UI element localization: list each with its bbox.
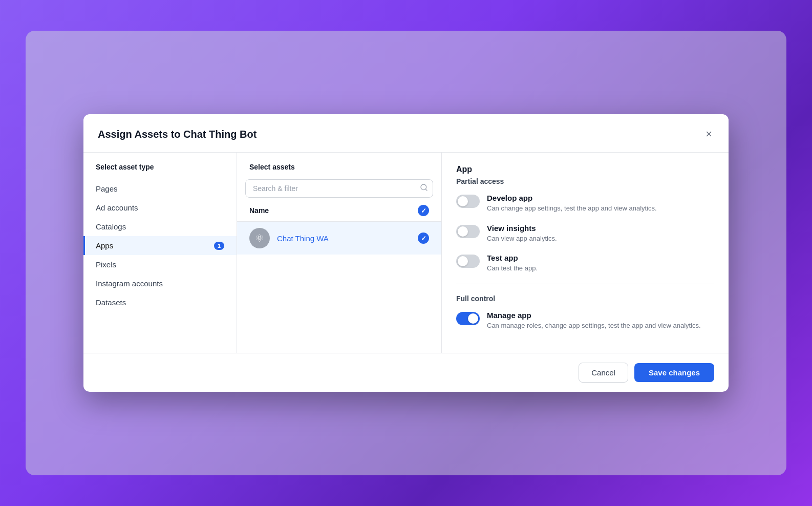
- assign-assets-modal: Assign Assets to Chat Thing Bot × Select…: [83, 114, 729, 392]
- manage-app-desc: Can manage roles, change app settings, t…: [487, 321, 714, 331]
- manage-app-text-group: Manage app Can manage roles, change app …: [487, 311, 714, 331]
- select-assets-heading: Select assets: [237, 153, 441, 179]
- permissions-panel: App Partial access Develop app Can chang…: [442, 153, 729, 353]
- instagram-accounts-label: Instagram accounts: [96, 279, 163, 288]
- partial-access-heading: Partial access: [456, 177, 714, 185]
- perm-app-title: App: [456, 165, 714, 174]
- modal-footer: Cancel Save changes: [83, 353, 729, 392]
- asset-selected-check[interactable]: ✓: [418, 233, 429, 244]
- view-insights-label: View insights: [487, 224, 714, 233]
- toggle-thumb: [458, 256, 468, 266]
- perm-develop-app: Develop app Can change app settings, tes…: [456, 194, 714, 214]
- name-column-header: Name: [249, 206, 269, 215]
- sidebar-item-catalogs[interactable]: Catalogs: [83, 217, 237, 236]
- checkmark-icon: ✓: [421, 207, 426, 215]
- modal-header: Assign Assets to Chat Thing Bot ×: [83, 114, 729, 153]
- perm-test-app: Test app Can test the app.: [456, 254, 714, 273]
- asset-app-icon: ⚛: [249, 228, 270, 248]
- pixels-label: Pixels: [96, 260, 116, 269]
- asset-row[interactable]: ⚛ Chat Thing WA ✓: [237, 222, 441, 255]
- apps-label: Apps: [96, 241, 113, 250]
- sidebar-item-datasets[interactable]: Datasets: [83, 293, 237, 312]
- search-box: [245, 179, 433, 198]
- catalogs-label: Catalogs: [96, 222, 126, 231]
- sidebar-item-instagram-accounts[interactable]: Instagram accounts: [83, 274, 237, 293]
- asset-type-heading: Select asset type: [83, 163, 237, 179]
- develop-app-toggle[interactable]: [456, 195, 480, 208]
- pages-label: Pages: [96, 184, 118, 193]
- develop-app-text-group: Develop app Can change app settings, tes…: [487, 194, 714, 214]
- view-insights-toggle[interactable]: [456, 225, 480, 238]
- modal-body: Select asset type Pages Ad accounts Cata…: [83, 153, 729, 353]
- toggle-thumb: [458, 226, 468, 237]
- test-app-label: Test app: [487, 254, 714, 262]
- asset-list: ⚛ Chat Thing WA ✓: [237, 222, 441, 353]
- ad-accounts-label: Ad accounts: [96, 203, 138, 212]
- test-app-toggle[interactable]: [456, 255, 480, 268]
- toggle-thumb: [458, 196, 468, 206]
- full-control-heading: Full control: [456, 294, 714, 303]
- modal-title: Assign Assets to Chat Thing Bot: [98, 129, 257, 140]
- asset-type-panel: Select asset type Pages Ad accounts Cata…: [83, 153, 237, 353]
- test-app-text-group: Test app Can test the app.: [487, 254, 714, 273]
- perm-divider: [456, 284, 714, 284]
- sidebar-item-pixels[interactable]: Pixels: [83, 255, 237, 274]
- search-input[interactable]: [245, 179, 433, 198]
- asset-name: Chat Thing WA: [277, 234, 411, 243]
- apps-badge: 1: [214, 242, 224, 250]
- develop-app-label: Develop app: [487, 194, 714, 202]
- search-icon: [420, 183, 428, 194]
- perm-view-insights: View insights Can view app analytics.: [456, 224, 714, 244]
- asset-select-panel: Select assets Name ✓: [237, 153, 442, 353]
- test-app-desc: Can test the app.: [487, 263, 714, 273]
- sidebar-item-apps[interactable]: Apps 1: [83, 236, 237, 255]
- atom-icon: ⚛: [255, 232, 264, 244]
- datasets-label: Datasets: [96, 298, 126, 307]
- select-all-checkbox[interactable]: ✓: [418, 205, 429, 216]
- cancel-button[interactable]: Cancel: [579, 363, 628, 383]
- perm-manage-app: Manage app Can manage roles, change app …: [456, 311, 714, 331]
- asset-list-header: Name ✓: [237, 198, 441, 222]
- svg-line-1: [425, 189, 427, 191]
- view-insights-desc: Can view app analytics.: [487, 234, 714, 244]
- save-changes-button[interactable]: Save changes: [634, 363, 714, 382]
- view-insights-text-group: View insights Can view app analytics.: [487, 224, 714, 244]
- manage-app-toggle[interactable]: [456, 312, 480, 325]
- develop-app-desc: Can change app settings, test the app an…: [487, 203, 714, 214]
- sidebar-item-ad-accounts[interactable]: Ad accounts: [83, 198, 237, 217]
- toggle-thumb: [468, 313, 478, 324]
- close-button[interactable]: ×: [703, 126, 714, 142]
- asset-checkmark-icon: ✓: [421, 235, 426, 242]
- manage-app-label: Manage app: [487, 311, 714, 320]
- sidebar-item-pages[interactable]: Pages: [83, 179, 237, 198]
